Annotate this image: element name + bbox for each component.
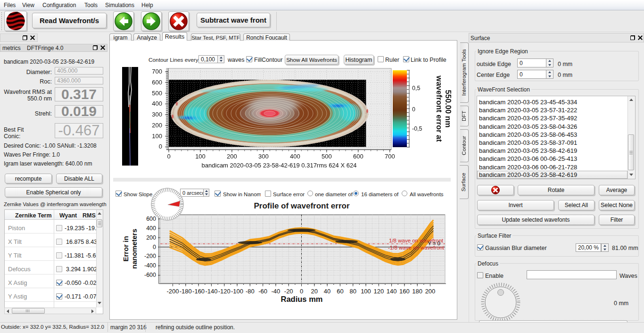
svg-text:0: 0 [412, 106, 415, 113]
svg-text:300: 300 [152, 111, 162, 118]
svg-text:100: 100 [195, 153, 206, 160]
svg-text:-600: -600 [144, 272, 156, 278]
svg-text:0,5: 0,5 [412, 85, 420, 92]
svg-text:120: 120 [373, 288, 384, 295]
svg-text:600: 600 [152, 79, 162, 86]
svg-text:400: 400 [152, 100, 162, 107]
svg-text:bandicam 2020-03-05 23-58-42-6: bandicam 2020-03-05 23-58-42-619 0.317rm… [202, 162, 357, 169]
svg-text:500: 500 [322, 153, 332, 160]
svg-text:400: 400 [146, 225, 156, 232]
svg-text:300: 300 [258, 153, 269, 160]
svg-text:Y = 0: Y = 0 [428, 241, 440, 246]
svg-text:20: 20 [311, 288, 318, 295]
svg-text:wavefront error at: wavefront error at [435, 75, 444, 142]
svg-text:80: 80 [349, 288, 356, 295]
svg-text:0: 0 [153, 244, 156, 250]
svg-text:0: 0 [300, 288, 303, 295]
svg-text:60: 60 [337, 288, 343, 295]
svg-text:Error in: Error in [122, 236, 130, 261]
svg-text:-20: -20 [284, 288, 293, 295]
svg-text:200: 200 [425, 288, 436, 295]
svg-text:-80: -80 [246, 288, 255, 295]
svg-text:550.00 nm: 550.00 nm [444, 90, 453, 128]
svg-text:-160: -160 [192, 288, 205, 295]
svg-text:200: 200 [152, 122, 162, 129]
svg-text:-0,5: -0,5 [412, 125, 422, 132]
svg-text:100: 100 [361, 288, 371, 295]
svg-text:-200: -200 [144, 253, 156, 259]
svg-text:-180: -180 [180, 288, 192, 295]
svg-text:700: 700 [152, 68, 162, 75]
svg-text:nanometers: nanometers [130, 229, 138, 269]
svg-text:-100: -100 [231, 288, 243, 295]
svg-text:400: 400 [290, 153, 300, 160]
svg-text:-400: -400 [144, 262, 156, 269]
svg-text:-60: -60 [258, 288, 267, 295]
svg-text:-140: -140 [205, 288, 217, 295]
svg-text:0: 0 [167, 153, 170, 160]
svg-text:-120: -120 [218, 288, 231, 295]
svg-text:600: 600 [353, 153, 363, 160]
svg-text:180: 180 [412, 288, 422, 295]
svg-text:200: 200 [227, 153, 237, 160]
svg-text:-200: -200 [166, 288, 179, 295]
svg-text:-40: -40 [272, 288, 281, 295]
svg-text:160: 160 [399, 288, 410, 295]
svg-text:200: 200 [146, 234, 156, 241]
svg-text:0: 0 [159, 143, 162, 150]
svg-text:100: 100 [152, 133, 162, 140]
svg-text:40: 40 [324, 288, 330, 295]
svg-text:Radius mm: Radius mm [281, 295, 323, 303]
svg-text:700: 700 [385, 153, 395, 160]
svg-text:500: 500 [152, 90, 162, 97]
svg-text:140: 140 [387, 288, 397, 295]
